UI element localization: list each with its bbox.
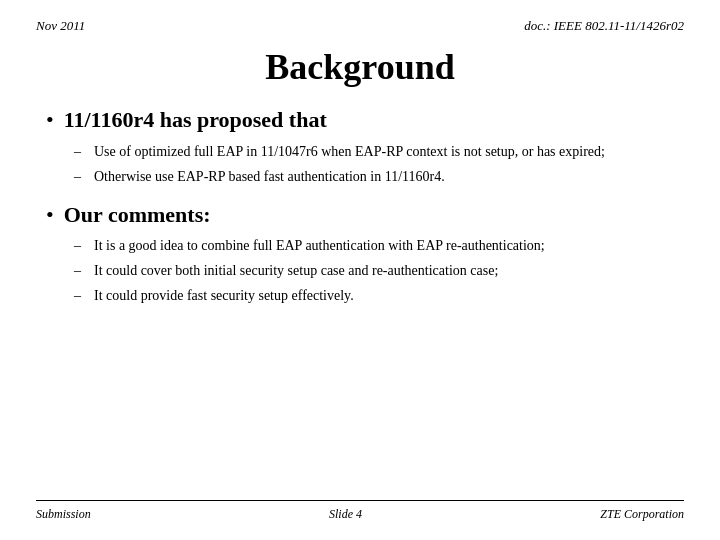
- header: Nov 2011 doc.: IEEE 802.11-11/1426r02: [36, 18, 684, 34]
- sub-bullet-1-1-dash: –: [74, 141, 86, 162]
- sub-bullet-2-3-dash: –: [74, 285, 86, 306]
- header-date: Nov 2011: [36, 18, 85, 34]
- page-title: Background: [36, 46, 684, 88]
- sub-bullet-1-1-text: Use of optimized full EAP in 11/1047r6 w…: [94, 141, 605, 162]
- bullet-1-text: 11/1160r4 has proposed that: [64, 106, 327, 135]
- sub-bullet-1-2-text: Otherwise use EAP-RP based fast authenti…: [94, 166, 445, 187]
- sub-bullet-2-1-text: It is a good idea to combine full EAP au…: [94, 235, 545, 256]
- header-doc: doc.: IEEE 802.11-11/1426r02: [524, 18, 684, 34]
- page: Nov 2011 doc.: IEEE 802.11-11/1426r02 Ba…: [0, 0, 720, 540]
- sub-bullet-2-1: – It is a good idea to combine full EAP …: [74, 235, 674, 256]
- bullet-1-subbullets: – Use of optimized full EAP in 11/1047r6…: [74, 141, 674, 187]
- footer: Submission Slide 4 ZTE Corporation: [36, 500, 684, 522]
- footer-slide: Slide 4: [329, 507, 362, 522]
- footer-submission: Submission: [36, 507, 91, 522]
- bullet-1: • 11/1160r4 has proposed that: [46, 106, 674, 135]
- bullet-2: • Our comments:: [46, 201, 674, 230]
- sub-bullet-1-2-dash: –: [74, 166, 86, 187]
- bullet-1-dot: •: [46, 106, 54, 135]
- sub-bullet-2-3: – It could provide fast security setup e…: [74, 285, 674, 306]
- main-content: • 11/1160r4 has proposed that – Use of o…: [36, 106, 684, 500]
- bullet-2-subbullets: – It is a good idea to combine full EAP …: [74, 235, 674, 306]
- sub-bullet-1-1: – Use of optimized full EAP in 11/1047r6…: [74, 141, 674, 162]
- bullet-2-text: Our comments:: [64, 201, 211, 230]
- bullet-2-dot: •: [46, 201, 54, 230]
- sub-bullet-2-1-dash: –: [74, 235, 86, 256]
- sub-bullet-1-2: – Otherwise use EAP-RP based fast authen…: [74, 166, 674, 187]
- sub-bullet-2-2-dash: –: [74, 260, 86, 281]
- sub-bullet-2-2-text: It could cover both initial security set…: [94, 260, 498, 281]
- sub-bullet-2-2: – It could cover both initial security s…: [74, 260, 674, 281]
- footer-company: ZTE Corporation: [600, 507, 684, 522]
- sub-bullet-2-3-text: It could provide fast security setup eff…: [94, 285, 354, 306]
